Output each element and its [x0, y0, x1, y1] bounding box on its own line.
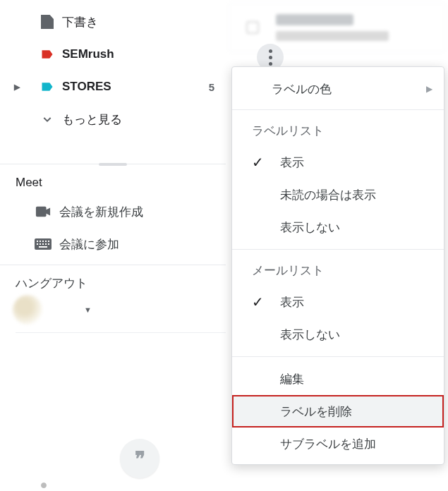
menu-labellist-hide[interactable]: 表示しない [232, 211, 444, 243]
menu-item-label: サブラベルを追加 [280, 436, 376, 452]
svg-rect-2 [40, 241, 41, 242]
menu-group-labellist: ラベルリスト [232, 116, 444, 146]
menu-item-label: 表示しない [280, 219, 340, 236]
message-row[interactable] [229, 3, 445, 52]
caret-down-icon[interactable]: ▼ [84, 305, 92, 314]
sidebar-item-label: STORES [62, 80, 111, 94]
svg-rect-4 [45, 241, 47, 242]
sidebar-item-count: 5 [209, 81, 226, 93]
menu-edit[interactable]: 編集 [232, 363, 444, 395]
svg-rect-3 [42, 241, 44, 242]
divider [16, 332, 226, 333]
label-context-menu: ラベルの色 ▶ ラベルリスト ✓ 表示 未読の場合は表示 表示しない メールリス… [231, 66, 444, 465]
sidebar-item-label: 下書き [62, 14, 98, 30]
menu-item-label: ラベルを削除 [280, 404, 352, 420]
svg-rect-10 [48, 243, 49, 245]
keyboard-icon [27, 238, 59, 250]
menu-group-maillist: メールリスト [232, 255, 444, 286]
meet-section-title: Meet [0, 176, 226, 195]
divider [232, 109, 444, 110]
quote-icon: ❞ [135, 447, 145, 471]
sidebar: 下書き SEMrush ▶ STORES 5 もっと見る Meet 会議を新規作… [0, 0, 226, 491]
menu-item-label: 表示 [280, 294, 304, 310]
meet-join-button[interactable]: 会議に参加 [0, 228, 226, 260]
menu-labellist-showunread[interactable]: 未読の場合は表示 [232, 178, 444, 211]
sidebar-item-label: もっと見る [62, 111, 122, 128]
sidebar-item-stores[interactable]: ▶ STORES 5 [0, 71, 226, 103]
menu-item-label: 表示 [280, 154, 304, 171]
menu-color-label: ラベルの色 [272, 81, 332, 97]
sidebar-item-more[interactable]: もっと見る [0, 103, 226, 135]
divider [232, 356, 444, 357]
menu-add-sublabel[interactable]: サブラベルを追加 [232, 428, 444, 460]
svg-rect-1 [37, 241, 38, 242]
hangouts-fab[interactable]: ❞ [120, 439, 159, 478]
menu-item-label: 未読の場合は表示 [280, 187, 376, 203]
menu-item-label: 編集 [280, 371, 304, 387]
resize-handle[interactable] [99, 163, 127, 166]
meet-new-label: 会議を新規作成 [59, 204, 143, 220]
avatar [13, 295, 42, 325]
svg-rect-9 [45, 243, 47, 245]
menu-maillist-show[interactable]: ✓ 表示 [232, 286, 444, 318]
svg-rect-6 [37, 243, 38, 245]
menu-item-label: 表示しない [280, 327, 340, 343]
meet-join-label: 会議に参加 [59, 236, 119, 253]
check-icon: ✓ [252, 154, 280, 171]
placeholder-text [276, 14, 353, 25]
label-icon [32, 80, 62, 94]
label-icon [32, 47, 62, 61]
svg-rect-8 [42, 243, 44, 245]
sidebar-item-label: SEMrush [62, 47, 114, 61]
chevron-down-icon [32, 114, 62, 125]
menu-color[interactable]: ラベルの色 ▶ [232, 74, 444, 104]
placeholder-text [276, 31, 389, 41]
checkbox[interactable] [246, 21, 259, 34]
draft-icon [32, 15, 62, 29]
menu-delete-label[interactable]: ラベルを削除 [232, 395, 444, 428]
status-dot-icon [41, 483, 47, 488]
hangouts-presence[interactable]: ▼ [0, 296, 226, 324]
chevron-right-icon: ▶ [426, 84, 432, 94]
menu-maillist-hide[interactable]: 表示しない [232, 318, 444, 351]
sidebar-item-semrush[interactable]: SEMrush [0, 38, 226, 71]
sidebar-item-drafts[interactable]: 下書き [0, 6, 226, 38]
camera-icon [27, 206, 59, 217]
check-icon: ✓ [252, 293, 280, 310]
menu-labellist-show[interactable]: ✓ 表示 [232, 146, 444, 178]
expand-icon[interactable]: ▶ [8, 71, 25, 103]
svg-rect-11 [39, 246, 47, 248]
svg-rect-7 [40, 243, 41, 245]
divider [232, 249, 444, 250]
more-vert-icon [269, 49, 272, 66]
divider [0, 265, 226, 265]
meet-new-button[interactable]: 会議を新規作成 [0, 195, 226, 228]
svg-rect-5 [48, 241, 49, 242]
hangouts-section-title: ハングアウト [0, 275, 226, 296]
